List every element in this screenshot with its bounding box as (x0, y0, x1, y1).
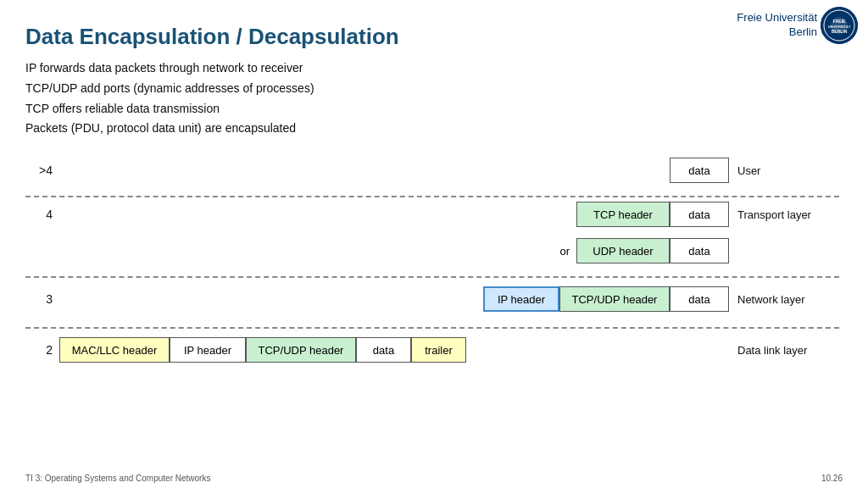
mac-header-box: MAC/LLC header (59, 337, 170, 363)
layer-name-transport: Transport layer (737, 208, 839, 221)
page: Freie Universität Berlin FREIE UNIVERSIT… (0, 0, 868, 488)
layer-number-2: 2 (25, 343, 59, 357)
layer-row-3: 3 IP header TCP/UDP header data Network … (25, 286, 839, 312)
tcp-header-box: TCP header (576, 202, 670, 227)
datalink-boxes: MAC/LLC header IP header TCP/UDP header … (59, 337, 839, 363)
network-boxes: IP header TCP/UDP header data (59, 286, 839, 312)
datalink-data-box: data (356, 337, 411, 363)
body-line-4: Packets (PDU, protocol data unit) are en… (25, 119, 843, 139)
or-row: or UDP header data (25, 238, 839, 263)
trailer-box: trailer (411, 337, 466, 363)
footer-right: 10.26 (821, 474, 843, 483)
tcp-boxes: TCP header data (59, 202, 839, 227)
ip-header-box: IP header (483, 286, 559, 312)
udp-data-box: data (670, 238, 729, 263)
tcp-data-box: data (670, 202, 729, 227)
svg-text:BERLIN: BERLIN (832, 29, 848, 34)
layer-number-3: 3 (25, 292, 59, 306)
svg-text:FREIE: FREIE (833, 19, 846, 24)
body-line-1: IP forwards data packets through network… (25, 58, 843, 79)
tcpudp-header-box-3: TCP/UDP header (559, 286, 670, 312)
layer-row-user: >4 data User (25, 158, 839, 183)
divider-1 (25, 196, 839, 197)
user-data-box: data (670, 158, 729, 183)
ip-header-box-2: IP header (170, 337, 246, 363)
footer: TI 3: Operating Systems and Computer Net… (25, 474, 843, 483)
tcpudp-header-box-2: TCP/UDP header (246, 337, 356, 363)
body-line-3: TCP offers reliable data transmission (25, 99, 843, 119)
layer-number-user: >4 (25, 164, 59, 177)
layer-name-datalink: Data link layer (737, 344, 839, 357)
layer-number-4: 4 (25, 208, 59, 221)
footer-left: TI 3: Operating Systems and Computer Net… (25, 474, 210, 483)
network-data-box: data (670, 286, 729, 312)
or-label: or (559, 245, 570, 258)
divider-2 (25, 276, 839, 278)
layer-row-tcp: 4 TCP header data Transport layer (25, 202, 839, 227)
divider-3 (25, 327, 839, 329)
logo-area: Freie Universität Berlin FREIE UNIVERSIT… (737, 7, 858, 44)
logo-line1: Freie Universität (737, 11, 817, 25)
layer-name-user: User (737, 164, 839, 177)
user-boxes: data (59, 158, 839, 183)
layer-row-2: 2 MAC/LLC header IP header TCP/UDP heade… (25, 337, 839, 363)
logo-line2: Berlin (737, 25, 817, 40)
or-area: or UDP header data (59, 238, 839, 263)
layer-name-network: Network layer (737, 293, 839, 306)
diagram: >4 data User 4 TCP header data Transport… (25, 149, 839, 429)
udp-header-box: UDP header (576, 238, 670, 263)
logo-text: Freie Universität Berlin (737, 11, 817, 40)
university-seal: FREIE UNIVERSITÄT BERLIN (821, 7, 858, 44)
body-line-2: TCP/UDP add ports (dynamic addresses of … (25, 79, 843, 99)
page-title: Data Encapsulation / Decapsulation (25, 24, 843, 50)
body-text: IP forwards data packets through network… (25, 58, 843, 139)
